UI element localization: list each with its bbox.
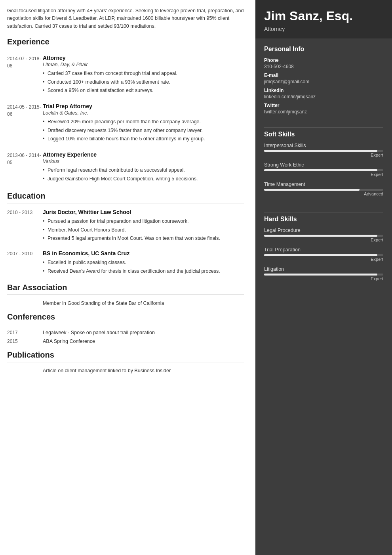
conf-year: 2017 xyxy=(7,330,43,335)
skill-level: Expert xyxy=(264,257,383,262)
edu-bullet: Received Dean's Award for thesis in clas… xyxy=(43,268,244,275)
edu-bullets: Excelled in public speaking classes.Rece… xyxy=(43,259,244,275)
edu-content: Juris Doctor, Whittier Law School Pursue… xyxy=(43,209,244,243)
exp-bullet: Conducted 100+ mediations with a 93% set… xyxy=(43,78,244,86)
exp-bullet: Logged 10% more billable hours than the … xyxy=(43,135,244,143)
exp-content: Attorney Litman, Day, & Phair Carried 37… xyxy=(43,55,244,95)
hard-skills-title: Hard Skills xyxy=(264,216,383,223)
exp-bullets: Reviewed 20% more pleadings per month th… xyxy=(43,118,244,143)
pub-text: Article on client management linked to b… xyxy=(43,368,244,373)
education-section-title: Education xyxy=(7,191,244,201)
exp-bullet: Judged Gainsboro High Moot Court Competi… xyxy=(43,175,244,183)
exp-bullets: Perform legal research that contributed … xyxy=(43,166,244,183)
bar-assoc-item: Member in Good Standing of the State Bar… xyxy=(7,300,244,306)
experience-list: 2014-07 - 2018-08 Attorney Litman, Day, … xyxy=(7,55,244,184)
skill-name: Litigation xyxy=(264,266,383,272)
experience-item: 2013-06 - 2014-05 Attorney Experience Va… xyxy=(7,151,244,184)
soft-skills-section: Soft Skills Interpersonal Skills Expert … xyxy=(255,120,392,205)
skill-bar-fill xyxy=(264,254,377,256)
conferences-list: 2017 Legalweek - Spoke on panel about tr… xyxy=(7,330,244,344)
soft-skills-list: Interpersonal Skills Expert Strong Work … xyxy=(264,143,383,196)
publications-divider xyxy=(7,362,244,362)
skill-name: Trial Preparation xyxy=(264,247,383,253)
edu-title: BS in Economics, UC Santa Cruz xyxy=(43,250,244,256)
conf-text: Legalweek - Spoke on panel about trail p… xyxy=(43,330,244,335)
skill-name: Interpersonal Skills xyxy=(264,143,383,148)
skill-bar-container xyxy=(264,189,383,191)
soft-skills-divider xyxy=(264,127,383,128)
soft-skill-item: Strong Work Ethic Expert xyxy=(264,162,383,177)
skill-bar-container xyxy=(264,169,383,171)
right-column: Jim Sanz, Esq. Attorney Personal Info Ph… xyxy=(255,0,392,555)
twitter-label: Twitter xyxy=(264,103,383,108)
exp-content: Trial Prep Attorney Locklin & Gates, Inc… xyxy=(43,103,244,144)
pub-indent xyxy=(7,368,43,373)
skill-bar-fill xyxy=(264,235,377,237)
edu-bullet: Member, Moot Court Honors Board. xyxy=(43,226,244,234)
exp-dates: 2014-05 - 2015-06 xyxy=(7,103,43,144)
skill-bar-fill xyxy=(264,274,377,276)
experience-section-title: Experience xyxy=(7,37,244,46)
exp-bullet: Perform legal research that contributed … xyxy=(43,166,244,174)
bar-divider xyxy=(7,295,244,295)
skill-bar-container xyxy=(264,150,383,152)
publications-section-title: Publications xyxy=(7,350,244,360)
edu-bullet: Pursued a passion for trial preparation … xyxy=(43,218,244,225)
hard-skill-item: Trial Preparation Expert xyxy=(264,247,383,262)
education-divider xyxy=(7,203,244,203)
conference-item: 2015 ABA Spring Conference xyxy=(7,339,244,344)
exp-title: Trial Prep Attorney xyxy=(43,103,244,109)
conferences-section-title: Conferences xyxy=(7,312,244,322)
twitter-value: twitter.com/jimqsanz xyxy=(264,109,383,115)
conferences-divider xyxy=(7,324,244,324)
exp-company: Litman, Day, & Phair xyxy=(43,62,244,67)
skill-bar-fill xyxy=(264,150,377,152)
phone-label: Phone xyxy=(264,57,383,63)
soft-skill-item: Time Management Advanced xyxy=(264,182,383,196)
exp-dates: 2013-06 - 2014-05 xyxy=(7,151,43,184)
phone-value: 310-502-4608 xyxy=(264,64,383,69)
experience-divider xyxy=(7,49,244,49)
bar-section-title: Bar Association xyxy=(7,283,244,292)
skill-level: Advanced xyxy=(264,191,383,196)
edu-bullet: Excelled in public speaking classes. xyxy=(43,259,244,266)
skill-level: Expert xyxy=(264,237,383,242)
soft-skills-title: Soft Skills xyxy=(264,131,383,138)
experience-item: 2014-07 - 2018-08 Attorney Litman, Day, … xyxy=(7,55,244,95)
publications-item: Article on client management linked to b… xyxy=(7,368,244,373)
skill-bar-container xyxy=(264,254,383,256)
skill-bar-fill xyxy=(264,169,377,171)
exp-company: Locklin & Gates, Inc. xyxy=(43,110,244,116)
edu-title: Juris Doctor, Whittier Law School xyxy=(43,209,244,215)
email-label: E-mail xyxy=(264,73,383,78)
exp-bullet: Reviewed 20% more pleadings per month th… xyxy=(43,118,244,126)
personal-info-title: Personal Info xyxy=(264,46,383,53)
soft-skill-item: Interpersonal Skills Expert xyxy=(264,143,383,157)
summary-text: Goal-focused litigation attorney with 4+… xyxy=(7,7,244,30)
email-value: jimqsanz@gmail.com xyxy=(264,79,383,84)
personal-info-section: Personal Info Phone 310-502-4608 E-mail … xyxy=(255,38,392,120)
skill-level: Expert xyxy=(264,172,383,177)
candidate-title: Attorney xyxy=(264,26,383,32)
edu-content: BS in Economics, UC Santa Cruz Excelled … xyxy=(43,250,244,276)
hard-skills-divider xyxy=(264,212,383,212)
exp-bullet: Scored a 95% on client satisfaction exit… xyxy=(43,87,244,94)
ba-indent xyxy=(7,300,43,306)
skill-bar-container xyxy=(264,274,383,276)
skill-name: Time Management xyxy=(264,182,383,187)
education-list: 2010 - 2013 Juris Doctor, Whittier Law S… xyxy=(7,209,244,276)
edu-dates: 2010 - 2013 xyxy=(7,209,43,243)
skill-bar-container xyxy=(264,235,383,237)
exp-bullet: Drafted discovery requests 15% faster th… xyxy=(43,127,244,134)
candidate-name: Jim Sanz, Esq. xyxy=(264,9,383,23)
linkedin-value: linkedin.com/in/jimqsanz xyxy=(264,94,383,100)
edu-bullet: Presented 5 legal arguments in Moot Cour… xyxy=(43,235,244,242)
hard-skills-section: Hard Skills Legal Procedure Expert Trial… xyxy=(255,205,392,290)
education-item: 2010 - 2013 Juris Doctor, Whittier Law S… xyxy=(7,209,244,243)
hard-skill-item: Legal Procedure Expert xyxy=(264,228,383,242)
skill-name: Legal Procedure xyxy=(264,228,383,233)
exp-dates: 2014-07 - 2018-08 xyxy=(7,55,43,95)
exp-title: Attorney Experience xyxy=(43,151,244,158)
exp-bullet: Carried 37 case files from concept throu… xyxy=(43,70,244,77)
hard-skills-list: Legal Procedure Expert Trial Preparation… xyxy=(264,228,383,281)
